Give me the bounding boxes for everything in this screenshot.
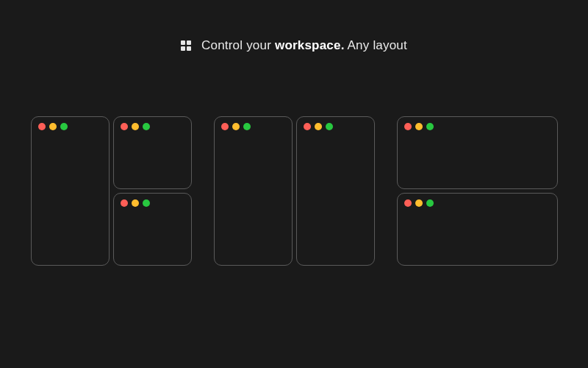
red-dot-icon xyxy=(121,199,128,207)
red-dot-icon xyxy=(121,123,128,130)
green-dot-icon xyxy=(426,123,434,130)
layout-column xyxy=(397,116,558,266)
traffic-lights xyxy=(404,199,434,207)
traffic-lights xyxy=(38,123,68,130)
red-dot-icon xyxy=(304,123,311,130)
traffic-lights xyxy=(304,123,333,130)
layout-group xyxy=(214,116,375,266)
window-frame xyxy=(113,116,192,189)
red-dot-icon xyxy=(404,123,412,130)
layout-column xyxy=(113,116,192,266)
grid-cell xyxy=(181,40,185,45)
headline-prefix: Control your xyxy=(201,38,275,52)
yellow-dot-icon xyxy=(132,123,139,130)
green-dot-icon xyxy=(60,123,68,130)
yellow-dot-icon xyxy=(232,123,240,130)
headline-bold: workspace. xyxy=(275,38,345,52)
layout-group xyxy=(397,116,558,266)
headline-row: Control your workspace. Any layout xyxy=(181,38,407,53)
red-dot-icon xyxy=(221,123,229,130)
window-frame xyxy=(296,116,375,266)
grid-cell xyxy=(187,46,191,51)
traffic-lights xyxy=(121,199,150,207)
green-dot-icon xyxy=(426,199,434,207)
red-dot-icon xyxy=(38,123,46,130)
grid-icon xyxy=(181,40,191,51)
green-dot-icon xyxy=(143,199,150,207)
green-dot-icon xyxy=(243,123,251,130)
window-frame xyxy=(113,193,192,266)
grid-cell xyxy=(181,46,185,51)
window-frame xyxy=(214,116,293,266)
window-frame xyxy=(397,116,558,189)
layout-group xyxy=(31,116,192,266)
traffic-lights xyxy=(404,123,434,130)
headline-text: Control your workspace. Any layout xyxy=(201,38,407,53)
yellow-dot-icon xyxy=(415,199,423,207)
yellow-dot-icon xyxy=(415,123,423,130)
yellow-dot-icon xyxy=(132,199,139,207)
layouts-row xyxy=(31,116,558,266)
green-dot-icon xyxy=(326,123,333,130)
yellow-dot-icon xyxy=(49,123,57,130)
traffic-lights xyxy=(221,123,251,130)
grid-cell xyxy=(187,40,191,45)
layout-column xyxy=(31,116,110,266)
traffic-lights xyxy=(121,123,150,130)
red-dot-icon xyxy=(404,199,412,207)
layout-column xyxy=(214,116,293,266)
headline-suffix: Any layout xyxy=(345,38,407,52)
window-frame xyxy=(31,116,110,266)
green-dot-icon xyxy=(143,123,150,130)
layout-column xyxy=(296,116,375,266)
yellow-dot-icon xyxy=(315,123,322,130)
window-frame xyxy=(397,193,558,266)
